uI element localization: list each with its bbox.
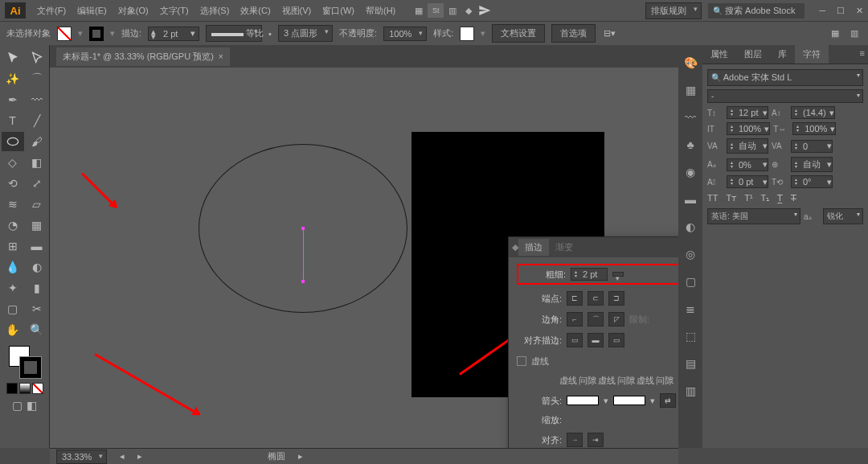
stroke-color[interactable] [20, 357, 41, 378]
subscript-button[interactable]: T₁ [761, 193, 770, 203]
arrow-end[interactable] [613, 396, 645, 405]
zoom-dropdown[interactable]: 33.33% [56, 450, 107, 464]
strikethrough-button[interactable]: T̶ [791, 193, 796, 203]
cap-butt[interactable]: ⊏ [567, 291, 583, 306]
cap-projecting[interactable]: ⊐ [608, 291, 624, 306]
search-stock[interactable]: 🔍 搜索 Adobe Stock [708, 3, 805, 18]
brushes-panel-icon[interactable]: 〰 [682, 109, 698, 125]
weight-dropdown[interactable] [612, 272, 624, 277]
appearance-panel-icon[interactable]: ◎ [682, 246, 698, 262]
kerning-stepper[interactable]: ▴▾自动▾ [727, 138, 768, 154]
align-center[interactable]: ▭ [567, 333, 583, 347]
arrow-align-1[interactable]: → [567, 433, 583, 447]
style-swatch[interactable] [460, 27, 474, 41]
color-mode[interactable] [6, 383, 18, 394]
gpu-icon[interactable]: ◆ [461, 3, 476, 18]
hand-tool[interactable]: ✋ [2, 320, 24, 339]
smallcaps-button[interactable]: Tᴛ [726, 193, 736, 203]
none-mode[interactable] [32, 383, 43, 394]
tab-close-icon[interactable]: × [219, 52, 223, 61]
swatches-panel-icon[interactable]: ▦ [682, 82, 698, 98]
leading-stepper[interactable]: ▴▾(14.4)▾ [791, 106, 835, 119]
gradient-tool[interactable]: ▬ [26, 236, 48, 256]
paintbrush-tool[interactable]: 🖌 [26, 132, 48, 151]
pen-tool[interactable]: ✒ [2, 90, 24, 109]
eraser-tool[interactable]: ◧ [26, 153, 48, 172]
font-style-dropdown[interactable]: - [707, 89, 863, 103]
direct-selection-tool[interactable] [26, 48, 48, 68]
symbol-sprayer-tool[interactable]: ✦ [2, 278, 24, 298]
artboard-nav-prev[interactable]: ◂ [120, 451, 125, 462]
align-icon[interactable]: ⊟▾ [602, 27, 616, 41]
artboard-tool[interactable]: ▢ [2, 299, 24, 318]
brush-dropdown[interactable]: 3 点圆形 [278, 25, 333, 42]
hscale-stepper[interactable]: ▴▾100%▾ [792, 122, 836, 135]
perspective-tool[interactable]: ▦ [26, 216, 48, 235]
allcaps-button[interactable]: TT [707, 193, 718, 203]
weight-stepper[interactable]: ▴▾2 pt [571, 268, 608, 281]
arrange-icon[interactable]: ▥ [445, 3, 460, 18]
arrow-align-2[interactable]: ⇥ [588, 433, 604, 447]
tab-gradient[interactable]: 渐变 [549, 239, 579, 256]
superscript-button[interactable]: T¹ [744, 193, 752, 203]
menu-type[interactable]: 文字(T) [155, 2, 194, 20]
zoom-tool[interactable]: 🔍 [26, 320, 48, 339]
fill-stroke-control[interactable] [9, 346, 41, 378]
bridge-icon[interactable]: ▦ [411, 3, 426, 18]
blend-tool[interactable]: ◐ [26, 257, 48, 277]
tab-properties[interactable]: 属性 [702, 45, 736, 64]
scale-tool[interactable]: ⤢ [26, 174, 48, 193]
lasso-tool[interactable]: ⌒ [26, 69, 48, 88]
underline-button[interactable]: T̲ [777, 193, 783, 203]
baseline2-stepper[interactable]: ▴▾自动▾ [791, 157, 833, 172]
dashed-checkbox[interactable] [517, 356, 526, 366]
layers-panel-icon[interactable]: ≣ [682, 301, 698, 317]
width-tool[interactable]: ≋ [2, 195, 24, 214]
layout-rules-dropdown[interactable]: 排版规则 [645, 2, 702, 19]
menu-window[interactable]: 窗口(W) [317, 2, 359, 20]
stock-icon[interactable]: St [428, 3, 444, 18]
menu-view[interactable]: 视图(V) [277, 2, 317, 20]
asset-export-icon[interactable]: ⬚ [682, 328, 698, 344]
menu-edit[interactable]: 编辑(E) [72, 2, 112, 20]
type-tool[interactable]: T [2, 111, 24, 130]
font-size-stepper[interactable]: ▴▾12 pt▾ [727, 106, 768, 119]
gradient-panel-icon[interactable]: ▬ [682, 191, 698, 207]
tab-libraries[interactable]: 库 [770, 45, 795, 64]
feedback-icon[interactable] [477, 3, 492, 18]
document-tab[interactable]: 未标题-1* @ 33.33% (RGB/GPU 预览) × [56, 47, 230, 66]
stroke-swatch[interactable] [89, 27, 104, 41]
cap-round[interactable]: ⊂ [588, 291, 604, 306]
rotate-stepper[interactable]: ▴▾0°▾ [791, 175, 833, 188]
free-transform-tool[interactable]: ▱ [26, 195, 48, 214]
maximize-button[interactable]: ☐ [837, 6, 845, 16]
shape-builder-tool[interactable]: ◔ [2, 216, 24, 235]
close-button[interactable]: ✕ [856, 6, 863, 16]
menu-object[interactable]: 对象(O) [113, 2, 154, 20]
shaper-tool[interactable]: ◇ [2, 153, 24, 172]
canvas[interactable]: ◆ 描边 渐变 ▸▸ ≡ 粗细: ▴▾2 pt 端点: [50, 68, 678, 448]
screen-mode[interactable]: ▢ [11, 399, 24, 412]
transparency-panel-icon[interactable]: ◐ [682, 219, 698, 235]
swap-arrows[interactable]: ⇄ [660, 393, 676, 408]
tab-layers[interactable]: 图层 [736, 45, 770, 64]
stroke-panel-icon[interactable]: ◉ [682, 164, 698, 180]
font-family-dropdown[interactable]: 🔍 Adobe 宋体 Std L [707, 69, 863, 86]
mesh-tool[interactable]: ⊞ [2, 236, 24, 256]
libraries-panel-icon[interactable]: ▥ [682, 383, 698, 399]
arrow-start[interactable] [567, 396, 599, 405]
prefs-button[interactable]: 首选项 [551, 24, 596, 43]
stroke-profile-dropdown[interactable]: 等比 [206, 25, 262, 42]
corner-bevel[interactable]: ◸ [608, 312, 624, 326]
panel-toggle-2[interactable]: ▥ [847, 27, 862, 41]
tracking-stepper[interactable]: ▴▾0▾ [791, 140, 833, 153]
align-inside[interactable]: ▬ [588, 333, 604, 347]
artboards-panel-icon[interactable]: ▤ [682, 355, 698, 372]
baseline-stepper[interactable]: ▴▾0%▾ [727, 158, 768, 171]
tab-character[interactable]: 字符 [795, 45, 829, 64]
shift-stepper[interactable]: ▴▾0 pt▾ [727, 175, 768, 188]
menu-select[interactable]: 选择(S) [195, 2, 235, 20]
fill-swatch[interactable] [57, 27, 72, 41]
gradient-mode[interactable] [19, 383, 31, 394]
corner-round[interactable]: ⌒ [588, 312, 604, 326]
